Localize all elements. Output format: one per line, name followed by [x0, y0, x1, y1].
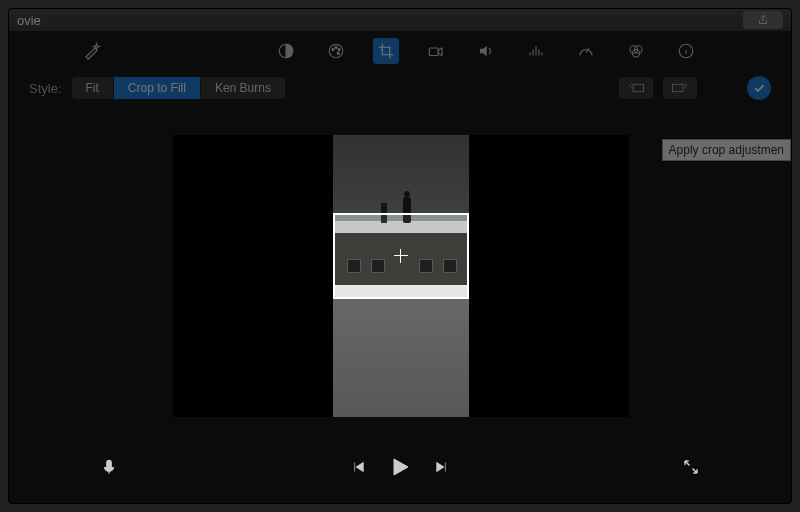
titlebar: ovie	[9, 9, 791, 31]
speedometer-icon	[577, 42, 595, 60]
noise-reduction-button[interactable]	[523, 38, 549, 64]
skip-start-button[interactable]	[350, 459, 366, 479]
app-title: ovie	[17, 13, 41, 28]
play-button[interactable]	[388, 455, 412, 483]
color-balance-button[interactable]	[273, 38, 299, 64]
checkmark-icon	[752, 81, 766, 95]
speed-button[interactable]	[573, 38, 599, 64]
palette-icon	[327, 42, 345, 60]
mic-icon	[100, 456, 118, 478]
share-button[interactable]	[743, 11, 783, 29]
crop-handle-tr[interactable]	[457, 213, 469, 225]
voiceover-button[interactable]	[100, 456, 118, 482]
crop-handle-br[interactable]	[457, 287, 469, 299]
stabilization-button[interactable]	[423, 38, 449, 64]
info-icon	[677, 42, 695, 60]
svg-point-3	[335, 46, 337, 48]
rotate-cw-icon	[671, 81, 689, 95]
svg-rect-6	[429, 48, 438, 56]
style-segmented-control[interactable]: Fit Crop to Fill Ken Burns	[72, 77, 285, 99]
crop-button[interactable]	[373, 38, 399, 64]
rotate-cw-button[interactable]	[663, 77, 697, 99]
color-filter-icon	[627, 42, 645, 60]
crop-center-cross	[394, 249, 408, 263]
transport-bar	[9, 449, 791, 489]
info-button[interactable]	[673, 38, 699, 64]
svg-rect-12	[673, 84, 684, 92]
share-icon	[757, 14, 769, 26]
apply-crop-button[interactable]	[747, 76, 771, 100]
apply-crop-tooltip: Apply crop adjustmen	[662, 139, 791, 161]
filters-button[interactable]	[623, 38, 649, 64]
fullscreen-button[interactable]	[682, 458, 700, 480]
style-label: Style:	[29, 81, 62, 96]
svg-point-4	[338, 48, 340, 50]
camera-icon	[427, 42, 445, 60]
crop-rectangle[interactable]	[333, 213, 469, 299]
expand-icon	[682, 458, 700, 476]
video-viewer[interactable]	[173, 135, 629, 417]
rotate-ccw-icon	[627, 81, 645, 95]
style-option-ken-burns[interactable]: Ken Burns	[201, 77, 285, 99]
crop-icon	[377, 42, 395, 60]
color-balance-icon	[277, 42, 295, 60]
style-option-fit[interactable]: Fit	[72, 77, 114, 99]
adjustments-toolbar	[9, 31, 791, 71]
play-icon	[388, 455, 412, 479]
color-correction-button[interactable]	[323, 38, 349, 64]
svg-point-5	[337, 52, 339, 54]
skip-end-icon	[434, 459, 450, 475]
equalizer-icon	[527, 42, 545, 60]
volume-icon	[477, 42, 495, 60]
crop-style-bar: Style: Fit Crop to Fill Ken Burns	[9, 71, 791, 105]
skip-end-button[interactable]	[434, 459, 450, 479]
style-option-crop-to-fill[interactable]: Crop to Fill	[114, 77, 201, 99]
volume-button[interactable]	[473, 38, 499, 64]
crop-handle-bl[interactable]	[333, 287, 345, 299]
crop-handle-tl[interactable]	[333, 213, 345, 225]
magic-wand-icon	[83, 42, 101, 60]
svg-point-2	[332, 48, 334, 50]
svg-rect-11	[633, 84, 644, 92]
skip-start-icon	[350, 459, 366, 475]
rotate-ccw-button[interactable]	[619, 77, 653, 99]
enhance-button[interactable]	[79, 38, 105, 64]
